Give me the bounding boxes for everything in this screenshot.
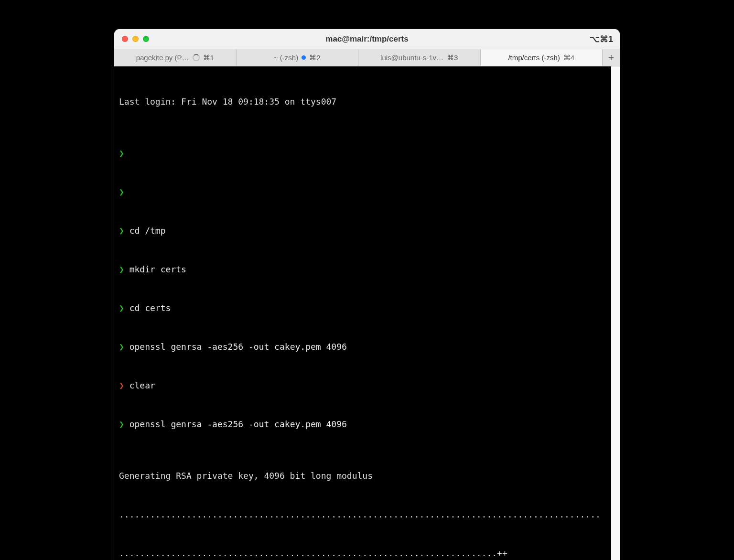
command-text: mkdir certs bbox=[130, 264, 186, 274]
output-line: ........................................… bbox=[119, 508, 606, 521]
zoom-button[interactable] bbox=[143, 36, 149, 42]
prompt-symbol: ❯ bbox=[119, 380, 124, 390]
tab-label: pagekite.py (P… bbox=[136, 54, 189, 62]
prompt-symbol: ❯ bbox=[119, 187, 124, 197]
window-shortcut-badge: ⌥⌘1 bbox=[590, 34, 613, 44]
prompt-line: ❯ cd certs bbox=[119, 302, 606, 314]
minimize-button[interactable] bbox=[132, 36, 139, 42]
traffic-lights bbox=[114, 36, 149, 42]
prompt-symbol: ❯ bbox=[119, 303, 124, 313]
command-text: clear bbox=[130, 380, 155, 390]
terminal-content[interactable]: Last login: Fri Nov 18 09:18:35 on ttys0… bbox=[114, 66, 620, 560]
prompt-line: ❯ cd /tmp bbox=[119, 224, 606, 237]
prompt-line: ❯ bbox=[119, 185, 606, 198]
tab-label: ~ (-zsh) bbox=[274, 54, 298, 62]
terminal-window: mac@mair:/tmp/certs ⌥⌘1 pagekite.py (P… … bbox=[114, 29, 620, 560]
tab-bar: pagekite.py (P… ⌘1 ~ (-zsh) ⌘2 luis@ubun… bbox=[114, 49, 620, 66]
command-text: cd certs bbox=[130, 303, 171, 313]
tab-shortcut: ⌘3 bbox=[447, 54, 458, 62]
prompt-line: ❯ clear bbox=[119, 379, 606, 392]
tab-4[interactable]: /tmp/certs (-zsh) ⌘4 bbox=[481, 49, 603, 66]
prompt-symbol: ❯ bbox=[119, 148, 124, 158]
command-text: cd /tmp bbox=[130, 226, 166, 236]
output-line: ........................................… bbox=[119, 547, 606, 560]
tab-3[interactable]: luis@ubuntu-s-1v… ⌘3 bbox=[358, 49, 481, 66]
output-line: Generating RSA private key, 4096 bit lon… bbox=[119, 469, 606, 482]
new-tab-button[interactable]: + bbox=[603, 49, 620, 66]
prompt-symbol: ❯ bbox=[119, 419, 124, 429]
prompt-line: ❯ openssl genrsa -aes256 -out cakey.pem … bbox=[119, 418, 606, 431]
last-login-line: Last login: Fri Nov 18 09:18:35 on ttys0… bbox=[119, 95, 606, 108]
activity-dot-icon bbox=[302, 55, 306, 60]
prompt-symbol: ❯ bbox=[119, 342, 124, 352]
prompt-line: ❯ mkdir certs bbox=[119, 263, 606, 276]
prompt-symbol: ❯ bbox=[119, 226, 124, 236]
prompt-line: ❯ bbox=[119, 147, 606, 160]
tab-label: /tmp/certs (-zsh) bbox=[508, 54, 560, 62]
plus-icon: + bbox=[608, 52, 615, 64]
tab-shortcut: ⌘1 bbox=[203, 54, 214, 62]
titlebar: mac@mair:/tmp/certs ⌥⌘1 bbox=[114, 29, 620, 49]
command-text: openssl genrsa -aes256 -out cakey.pem 40… bbox=[130, 419, 347, 429]
close-button[interactable] bbox=[122, 36, 128, 42]
prompt-line: ❯ openssl genrsa -aes256 -out cakey.pem … bbox=[119, 340, 606, 353]
window-shortcut-text: ⌥⌘1 bbox=[590, 34, 613, 44]
tab-shortcut: ⌘2 bbox=[309, 54, 320, 62]
window-title: mac@mair:/tmp/certs bbox=[114, 34, 620, 44]
prompt-symbol: ❯ bbox=[119, 264, 124, 274]
spinner-icon bbox=[193, 54, 200, 61]
tab-label: luis@ubuntu-s-1v… bbox=[380, 54, 443, 62]
tab-2[interactable]: ~ (-zsh) ⌘2 bbox=[237, 49, 359, 66]
command-text: openssl genrsa -aes256 -out cakey.pem 40… bbox=[130, 342, 347, 352]
tab-1[interactable]: pagekite.py (P… ⌘1 bbox=[114, 49, 237, 66]
tab-shortcut: ⌘4 bbox=[563, 54, 574, 62]
